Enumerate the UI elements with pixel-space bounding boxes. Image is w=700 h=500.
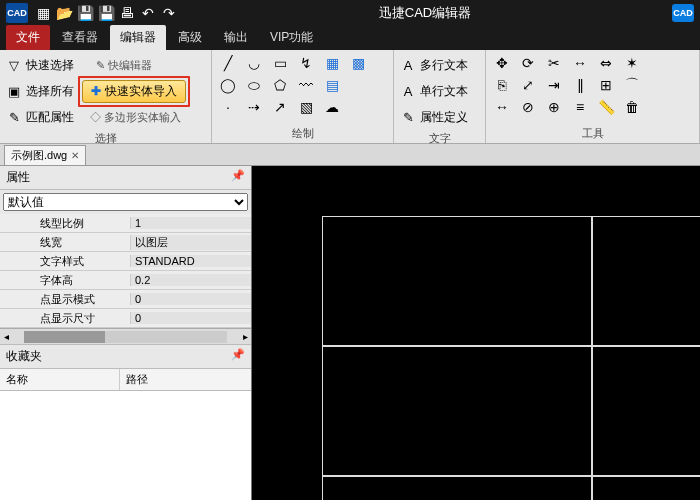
table-row[interactable]: 文字样式STANDARD bbox=[0, 252, 251, 271]
close-icon[interactable]: ✕ bbox=[71, 150, 79, 161]
rotate-icon[interactable]: ⟳ bbox=[518, 53, 538, 73]
scroll-right-icon[interactable]: ▸ bbox=[239, 331, 251, 342]
panel-tools: ✥ ⟳ ✂ ↔ ⇔ ✶ ⎘ ⤢ ⇥ ‖ ⊞ ⌒ ↔ ⊘ ⊕ ≡ 📏 � bbox=[486, 50, 700, 143]
col-name[interactable]: 名称 bbox=[0, 369, 120, 390]
mtext-icon: A bbox=[400, 57, 416, 73]
align-icon[interactable]: ≡ bbox=[570, 97, 590, 117]
quick-select-button[interactable]: 快速选择 bbox=[26, 57, 74, 74]
extend-icon[interactable]: ⇥ bbox=[544, 75, 564, 95]
quick-access-toolbar: ▦ 📂 💾 💾 🖶 ↶ ↷ bbox=[34, 4, 178, 22]
panel-draw-title: 绘制 bbox=[218, 124, 387, 143]
array-icon[interactable]: ⊞ bbox=[596, 75, 616, 95]
copy-icon[interactable]: ⎘ bbox=[492, 75, 512, 95]
block-icon[interactable]: ▦ bbox=[322, 53, 342, 73]
undo-icon[interactable]: ↶ bbox=[139, 4, 157, 22]
saveall-icon[interactable]: 💾 bbox=[97, 4, 115, 22]
doc-tab-current[interactable]: 示例图.dwg ✕ bbox=[4, 145, 86, 165]
point-icon[interactable]: ∙ bbox=[218, 97, 238, 117]
quick-import-highlight: ✚ 快速实体导入 bbox=[78, 76, 190, 107]
h-scrollbar[interactable]: ◂ ▸ bbox=[0, 328, 251, 344]
new-icon[interactable]: ▦ bbox=[34, 4, 52, 22]
table-row[interactable]: 线型比例1 bbox=[0, 214, 251, 233]
join-icon[interactable]: ⊕ bbox=[544, 97, 564, 117]
favorites-body bbox=[0, 391, 251, 500]
table-row[interactable]: 字体高0.2 bbox=[0, 271, 251, 290]
hatch-icon[interactable]: ▩ bbox=[348, 53, 368, 73]
tab-output[interactable]: 输出 bbox=[214, 25, 258, 50]
scroll-left-icon[interactable]: ◂ bbox=[0, 331, 12, 342]
doc-tab-label: 示例图.dwg bbox=[11, 148, 67, 163]
col-path[interactable]: 路径 bbox=[120, 369, 154, 390]
stext-icon: A bbox=[400, 83, 416, 99]
quick-editor-button[interactable]: ✎ 快编辑器 bbox=[96, 58, 152, 73]
panel-text-title: 文字 bbox=[400, 129, 479, 148]
arc-icon[interactable]: ◡ bbox=[244, 53, 264, 73]
panel-draw: ╱ ◡ ▭ ↯ ▦ ▩ ◯ ⬭ ⬠ 〰 ▤ ∙ ⇢ ↗ ▧ ☁ 绘制 bbox=[212, 50, 394, 143]
favorites-columns: 名称 路径 bbox=[0, 369, 251, 391]
xline-icon[interactable]: ⇢ bbox=[244, 97, 264, 117]
ribbon-tabs: 文件 查看器 编辑器 高级 输出 VIP功能 bbox=[0, 26, 700, 50]
trim-icon[interactable]: ✂ bbox=[544, 53, 564, 73]
ray-icon[interactable]: ↗ bbox=[270, 97, 290, 117]
polyline-icon[interactable]: ↯ bbox=[296, 53, 316, 73]
properties-table: 线型比例1 线宽以图层 文字样式STANDARD 字体高0.2 点显示模式0 点… bbox=[0, 214, 251, 328]
attdef-icon: ✎ bbox=[400, 109, 416, 125]
break-icon[interactable]: ⊘ bbox=[518, 97, 538, 117]
print-icon[interactable]: 🖶 bbox=[118, 4, 136, 22]
tab-vip[interactable]: VIP功能 bbox=[260, 25, 323, 50]
stretch-icon[interactable]: ↔ bbox=[492, 97, 512, 117]
tab-editor[interactable]: 编辑器 bbox=[110, 25, 166, 50]
redo-icon[interactable]: ↷ bbox=[160, 4, 178, 22]
explode-icon[interactable]: ✶ bbox=[622, 53, 642, 73]
app-logo: CAD bbox=[6, 3, 28, 23]
tab-advanced[interactable]: 高级 bbox=[168, 25, 212, 50]
polygon-icon[interactable]: ⬠ bbox=[270, 75, 290, 95]
dim-icon[interactable]: ↔ bbox=[570, 53, 590, 73]
pin-icon[interactable]: 📌 bbox=[231, 169, 245, 186]
open-icon[interactable]: 📂 bbox=[55, 4, 73, 22]
properties-filter-select[interactable]: 默认值 bbox=[3, 193, 248, 211]
panel-tools-title: 工具 bbox=[492, 124, 693, 143]
tab-file[interactable]: 文件 bbox=[6, 25, 50, 50]
pin-icon[interactable]: 📌 bbox=[231, 348, 245, 365]
table-icon[interactable]: ▤ bbox=[322, 75, 342, 95]
circle-icon[interactable]: ◯ bbox=[218, 75, 238, 95]
table-row[interactable]: 线宽以图层 bbox=[0, 233, 251, 252]
panel-select: ▽ 快速选择 ✎ 快编辑器 ▣ 选择所有 ✚ 快速实体导入 ✎ 匹配属性 ◇ 多… bbox=[0, 50, 212, 143]
offset-icon[interactable]: ‖ bbox=[570, 75, 590, 95]
select-all-button[interactable]: 选择所有 bbox=[26, 83, 74, 100]
quick-import-button[interactable]: ✚ 快速实体导入 bbox=[82, 80, 186, 103]
app-title: 迅捷CAD编辑器 bbox=[178, 4, 672, 22]
plus-icon: ✚ bbox=[91, 84, 101, 98]
properties-panel: 属性 📌 默认值 线型比例1 线宽以图层 文字样式STANDARD 字体高0.2… bbox=[0, 166, 252, 500]
match-prop-icon: ✎ bbox=[6, 109, 22, 125]
mtext-button[interactable]: 多行文本 bbox=[420, 57, 468, 74]
purge-icon[interactable]: 🗑 bbox=[622, 97, 642, 117]
table-row[interactable]: 点显示模式0 bbox=[0, 290, 251, 309]
rect-icon[interactable]: ▭ bbox=[270, 53, 290, 73]
favorites-title: 收藏夹 bbox=[6, 348, 42, 365]
fillet-icon[interactable]: ⌒ bbox=[622, 75, 642, 95]
move-icon[interactable]: ✥ bbox=[492, 53, 512, 73]
mirror-icon[interactable]: ⇔ bbox=[596, 53, 616, 73]
workspace: 属性 📌 默认值 线型比例1 线宽以图层 文字样式STANDARD 字体高0.2… bbox=[0, 166, 700, 500]
table-row[interactable]: 点显示尺寸0 bbox=[0, 309, 251, 328]
cloud-icon[interactable]: ☁ bbox=[322, 97, 342, 117]
properties-title: 属性 bbox=[6, 169, 30, 186]
line-icon[interactable]: ╱ bbox=[218, 53, 238, 73]
save-icon[interactable]: 💾 bbox=[76, 4, 94, 22]
stext-button[interactable]: 单行文本 bbox=[420, 83, 468, 100]
tab-viewer[interactable]: 查看器 bbox=[52, 25, 108, 50]
match-prop-button[interactable]: 匹配属性 bbox=[26, 109, 74, 126]
ribbon: ▽ 快速选择 ✎ 快编辑器 ▣ 选择所有 ✚ 快速实体导入 ✎ 匹配属性 ◇ 多… bbox=[0, 50, 700, 144]
polygon-input-button[interactable]: ◇ 多边形实体输入 bbox=[90, 110, 181, 125]
select-all-icon: ▣ bbox=[6, 83, 22, 99]
spline-icon[interactable]: 〰 bbox=[296, 75, 316, 95]
measure-icon[interactable]: 📏 bbox=[596, 97, 616, 117]
ellipse-icon[interactable]: ⬭ bbox=[244, 75, 264, 95]
scale-icon[interactable]: ⤢ bbox=[518, 75, 538, 95]
brand-icon: CAD bbox=[672, 4, 694, 22]
region-icon[interactable]: ▧ bbox=[296, 97, 316, 117]
attdef-button[interactable]: 属性定义 bbox=[420, 109, 468, 126]
drawing-canvas[interactable] bbox=[252, 166, 700, 500]
